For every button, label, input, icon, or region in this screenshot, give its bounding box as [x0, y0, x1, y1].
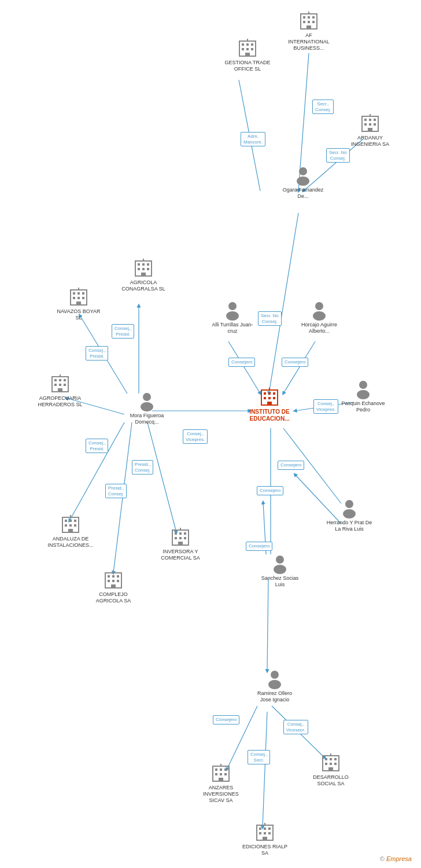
- person-icon: [339, 498, 360, 518]
- svg-rect-54: [147, 263, 149, 266]
- building-icon: [211, 763, 231, 784]
- svg-rect-23: [303, 16, 305, 19]
- svg-rect-32: [242, 43, 244, 46]
- svg-rect-110: [184, 537, 186, 539]
- svg-rect-43: [374, 119, 376, 121]
- node-label-mora-figueroa: Mora Figueroa Domecq...: [124, 413, 170, 425]
- node-navazos-boyar[interactable]: NAVAZOS BOYAR SL: [56, 286, 102, 321]
- svg-rect-33: [246, 43, 249, 46]
- node-ramirez-ollero[interactable]: Ramirez Ollero Jose Ignacio: [252, 668, 298, 703]
- node-desarrollo-social[interactable]: DESARROLLO SOCIAL SA: [308, 752, 354, 787]
- node-label-ramirez-ollero: Ramirez Ollero Jose Ignacio: [252, 690, 298, 703]
- node-instituto-educacion[interactable]: INSTITUTO DE EDUCACION...: [246, 387, 293, 422]
- badge-adm-mancom: Adm.Mancom.: [241, 132, 265, 146]
- svg-rect-26: [303, 21, 305, 23]
- node-ogara-fernandez[interactable]: Ogara Fernandez De...: [280, 165, 326, 200]
- svg-rect-52: [138, 263, 140, 266]
- node-af-international[interactable]: AF INTERNATIONAL BUSINESS...: [286, 10, 332, 51]
- person-icon: [353, 378, 374, 399]
- svg-rect-133: [220, 773, 222, 775]
- building-icon: [360, 113, 381, 134]
- node-sanchez-socias[interactable]: Sanchez Socias Luis: [257, 553, 303, 588]
- svg-rect-58: [141, 273, 146, 276]
- badge-consejero-2: Consejero: [282, 358, 308, 367]
- svg-point-124: [276, 556, 284, 564]
- node-label-herrando-prat: Herrando Y Prat De La Riva Luis: [326, 520, 372, 532]
- svg-rect-99: [65, 524, 67, 527]
- node-anzares-inversiones[interactable]: ANZARES INVERSIONES SICAV SA: [198, 763, 244, 803]
- svg-rect-57: [147, 268, 149, 270]
- svg-rect-108: [175, 537, 177, 539]
- node-agricola-conagralsa[interactable]: AGRICOLA CONAGRALSA SL: [120, 258, 167, 292]
- svg-rect-24: [308, 16, 310, 19]
- svg-rect-98: [74, 520, 76, 522]
- svg-rect-44: [364, 123, 367, 126]
- svg-rect-151: [264, 832, 266, 834]
- svg-point-127: [268, 680, 281, 689]
- svg-rect-114: [108, 575, 110, 578]
- svg-rect-91: [267, 402, 272, 405]
- building-icon: [320, 752, 341, 773]
- node-andaluza-instalaciones[interactable]: ANDALUZA DE INSTALACIONES...: [47, 514, 94, 549]
- svg-rect-66: [82, 297, 84, 299]
- node-agropecuaria-herraderos[interactable]: AGROPECUARIA HERRADEROS SL: [37, 373, 83, 408]
- badge-consej-vicepres-2: Consej.,Vicepres.: [183, 429, 208, 444]
- badge-presid-consej-2: Presid.,Consej.: [105, 484, 127, 498]
- svg-rect-132: [215, 773, 217, 775]
- svg-rect-55: [138, 268, 140, 270]
- svg-rect-74: [54, 379, 57, 381]
- svg-rect-117: [108, 580, 110, 582]
- svg-rect-105: [175, 532, 177, 535]
- svg-rect-88: [264, 397, 266, 399]
- node-label-agricola-conagralsa: AGRICOLA CONAGRALSA SL: [120, 279, 167, 292]
- badge-secr-consej-1: Secr.,Consej.: [312, 100, 334, 114]
- node-label-alli-turrillas: Alli Turrillas Juan- cruz: [209, 322, 256, 334]
- svg-rect-134: [224, 773, 227, 775]
- person-icon: [222, 300, 243, 321]
- svg-point-50: [297, 176, 309, 186]
- svg-rect-47: [368, 128, 372, 131]
- node-label-pasquin-echanove: Pasquin Echanove Pedro: [340, 400, 386, 413]
- node-alli-turrillas[interactable]: Alli Turrillas Juan- cruz: [209, 300, 256, 334]
- svg-rect-129: [215, 768, 217, 771]
- svg-line-18: [267, 579, 268, 671]
- svg-rect-142: [330, 763, 332, 765]
- svg-line-11: [69, 422, 124, 521]
- svg-rect-116: [117, 575, 119, 578]
- node-pasquin-echanove[interactable]: Pasquin Echanove Pedro: [340, 378, 386, 413]
- building-icon: [133, 258, 154, 278]
- svg-point-72: [313, 311, 326, 321]
- person-icon: [293, 165, 313, 186]
- svg-rect-97: [69, 520, 72, 522]
- svg-rect-107: [184, 532, 186, 535]
- node-gestiona-trade[interactable]: GESTIONA TRADE OFFICE SL: [224, 38, 271, 72]
- node-complejo-agricola[interactable]: COMPLEJO AGRICOLA SA: [90, 569, 136, 604]
- svg-rect-100: [69, 524, 72, 527]
- svg-line-5: [283, 341, 315, 393]
- svg-line-4: [228, 341, 260, 393]
- svg-rect-90: [273, 397, 275, 399]
- svg-rect-78: [59, 384, 61, 386]
- svg-rect-111: [178, 542, 183, 545]
- node-inversora-comercial[interactable]: INVERSORA Y COMERCIAL SA: [157, 527, 204, 561]
- svg-rect-42: [369, 119, 371, 121]
- svg-rect-153: [263, 837, 267, 840]
- svg-rect-76: [64, 379, 66, 381]
- person-icon: [309, 300, 330, 321]
- node-label-anzares-inversiones: ANZARES INVERSIONES SICAV SA: [198, 785, 244, 803]
- node-label-ardanuy: ARDANUY INGENIERIA SA: [347, 135, 393, 148]
- building-icon: [237, 38, 258, 58]
- node-horcajo-aguirre[interactable]: Horcajo Aguirre Alberto...: [296, 300, 342, 334]
- badge-consejero-4: Consejero: [257, 486, 283, 495]
- node-label-af-international: AF INTERNATIONAL BUSINESS...: [286, 32, 332, 51]
- svg-rect-38: [245, 53, 250, 56]
- node-ediciones-rialp[interactable]: EDICIONES RIALP SA: [242, 822, 288, 856]
- node-herrando-prat[interactable]: Herrando Y Prat De La Riva Luis: [326, 498, 372, 532]
- badge-presid-consej-1: Presid.,Consej.: [132, 460, 153, 475]
- node-ardanuy[interactable]: ARDANUY INGENIERIA SA: [347, 113, 393, 148]
- building-icon: [298, 10, 319, 31]
- svg-rect-53: [142, 263, 145, 266]
- svg-rect-80: [58, 388, 62, 392]
- node-mora-figueroa[interactable]: Mora Figueroa Domecq...: [124, 391, 170, 425]
- svg-rect-86: [268, 392, 271, 395]
